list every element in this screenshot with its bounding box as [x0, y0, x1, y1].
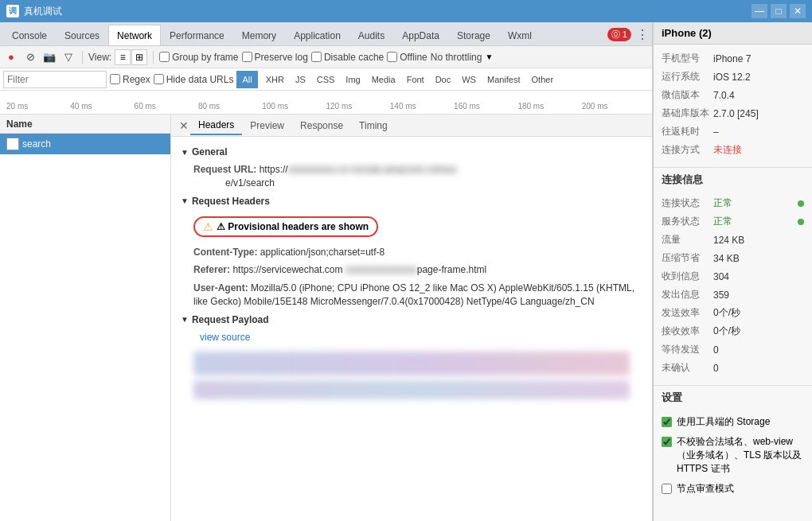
- request-icon: [6, 138, 19, 150]
- detail-tab-timing[interactable]: Timing: [351, 117, 396, 134]
- conn-row-6: 发送效率 0个/秒: [662, 304, 804, 322]
- request-list: Name search: [0, 115, 171, 521]
- conn-row-1: 服务状态 正常: [662, 212, 804, 231]
- warning-icon: ⚠: [203, 220, 213, 233]
- minimize-button[interactable]: —: [751, 4, 767, 18]
- setting-row-2: 节点审查模式: [662, 479, 804, 499]
- filter-js[interactable]: JS: [291, 73, 310, 86]
- stop-button[interactable]: ⊘: [22, 49, 38, 65]
- filter-other[interactable]: Other: [527, 73, 559, 86]
- tab-sources[interactable]: Sources: [56, 25, 108, 45]
- throttle-dropdown[interactable]: No throttling: [431, 52, 482, 63]
- setting-row-0: 使用工具端的 Storage: [662, 412, 804, 432]
- tab-performance[interactable]: Performance: [161, 25, 233, 45]
- group-by-frame-checkbox[interactable]: Group by frame: [159, 52, 238, 63]
- device-info-table: 手机型号 iPhone 7 运行系统 iOS 12.2 微信版本 7.0.4 基…: [654, 45, 812, 164]
- right-panel-title: iPhone (2): [654, 22, 812, 45]
- provisional-warning: ⚠ ⚠ Provisional headers are shown: [181, 213, 642, 240]
- referer-row: Referer: https://servicewechat.com xxxxx…: [181, 261, 642, 279]
- hide-data-checkbox[interactable]: Hide data URLs: [154, 74, 234, 85]
- tab-memory[interactable]: Memory: [233, 25, 285, 45]
- window-controls[interactable]: — □ ✕: [751, 4, 806, 18]
- setting-row-1: 不校验合法域名、web-view（业务域名）、TLS 版本以及 HTTPS 证书: [662, 432, 804, 479]
- info-row-model: 手机型号 iPhone 7: [662, 49, 804, 68]
- detail-tab-preview[interactable]: Preview: [242, 117, 292, 134]
- detail-tab-headers[interactable]: Headers: [190, 116, 242, 135]
- filter-input[interactable]: [3, 71, 107, 88]
- tab-storage[interactable]: Storage: [448, 25, 499, 45]
- tab-audits[interactable]: Audits: [349, 25, 393, 45]
- filter-ws[interactable]: WS: [457, 73, 481, 86]
- filter-manifest[interactable]: Manifest: [482, 73, 525, 86]
- status-dot-conn: [798, 200, 804, 207]
- regex-checkbox[interactable]: Regex: [110, 74, 150, 85]
- list-item[interactable]: search: [0, 134, 170, 154]
- record-button[interactable]: ●: [3, 49, 19, 65]
- settings-section: 使用工具端的 Storage 不校验合法域名、web-view（业务域名）、TL…: [654, 407, 812, 504]
- content-type-row: Content-Type: application/json;charset=u…: [181, 243, 642, 262]
- warning-text: ⚠ Provisional headers are shown: [217, 221, 369, 232]
- timeline-label-8: 180 ms: [517, 102, 581, 111]
- payload-section-header[interactable]: Request Payload: [181, 311, 642, 329]
- view-source-link[interactable]: view source: [200, 332, 250, 343]
- filter-media[interactable]: Media: [367, 73, 400, 86]
- request-url-row: Request URL: https://xxxxxxxxxx-cn-nonut…: [181, 161, 642, 192]
- info-row-rtt: 往返耗时 –: [662, 122, 804, 141]
- info-row-connection: 连接方式 未连接: [662, 141, 804, 159]
- divider2: [153, 51, 154, 64]
- tab-console[interactable]: Console: [3, 25, 56, 45]
- filter-css[interactable]: CSS: [312, 73, 340, 86]
- filter-doc[interactable]: Doc: [431, 73, 456, 86]
- close-button[interactable]: ✕: [790, 4, 806, 18]
- filter-bar: Regex Hide data URLs All XHR JS CSS Img …: [0, 68, 652, 91]
- conn-row-8: 等待发送 0: [662, 340, 804, 359]
- maximize-button[interactable]: □: [771, 4, 787, 18]
- payload-blurred-content: [181, 347, 642, 404]
- close-detail-button[interactable]: ✕: [178, 119, 190, 132]
- disable-cache-checkbox[interactable]: Disable cache: [311, 52, 384, 63]
- tab-network[interactable]: Network: [108, 25, 161, 45]
- timeline-label-2: 60 ms: [135, 102, 198, 111]
- camera-button[interactable]: 📷: [41, 49, 57, 65]
- right-panel: iPhone (2) 手机型号 iPhone 7 运行系统 iOS 12.2 微…: [653, 22, 812, 521]
- detail-tabs: ✕ Headers Preview Response Timing: [171, 115, 652, 137]
- timeline-label-4: 100 ms: [262, 102, 326, 111]
- filter-xhr[interactable]: XHR: [261, 73, 289, 86]
- conn-row-5: 发出信息 359: [662, 286, 804, 304]
- warning-oval: ⚠ ⚠ Provisional headers are shown: [193, 216, 378, 237]
- list-view-button[interactable]: ≡: [115, 49, 131, 65]
- setting-checkbox-1[interactable]: [662, 437, 672, 447]
- filter-font[interactable]: Font: [402, 73, 429, 86]
- general-section-header[interactable]: General: [181, 143, 642, 161]
- user-agent-row: User-Agent: Mozilla/5.0 (iPhone; CPU iPh…: [181, 279, 642, 311]
- grid-view-button[interactable]: ⊞: [131, 49, 147, 65]
- tab-wxml[interactable]: Wxml: [499, 25, 541, 45]
- throttle-dropdown-icon[interactable]: ▼: [485, 52, 493, 61]
- timeline-label-3: 80 ms: [198, 102, 262, 111]
- conn-row-0: 连接状态 正常: [662, 194, 804, 212]
- filter-img[interactable]: Img: [341, 73, 365, 86]
- tab-appdata[interactable]: AppData: [393, 25, 448, 45]
- filter-button[interactable]: ▽: [61, 49, 76, 65]
- connection-section-title: 连接信息: [654, 167, 812, 189]
- list-header: Name: [0, 115, 170, 134]
- setting-checkbox-2[interactable]: [662, 484, 672, 494]
- app-title: 真机调试: [24, 5, 62, 18]
- tab-application[interactable]: Application: [285, 25, 349, 45]
- content-area: Name search ✕ Headers Preview Response T…: [0, 115, 652, 521]
- detail-tab-response[interactable]: Response: [292, 117, 351, 134]
- filter-all-button[interactable]: All: [236, 71, 257, 88]
- devtools-panel: Console Sources Network Performance Memo…: [0, 22, 653, 521]
- divider: [82, 51, 83, 64]
- setting-checkbox-0[interactable]: [662, 417, 672, 427]
- preserve-log-checkbox[interactable]: Preserve log: [242, 52, 308, 63]
- request-headers-section-header[interactable]: Request Headers: [181, 192, 642, 210]
- app-icon: 调: [6, 5, 19, 17]
- conn-row-7: 接收效率 0个/秒: [662, 322, 804, 340]
- offline-checkbox[interactable]: Offline: [387, 52, 427, 63]
- title-bar: 调 真机调试 — □ ✕: [0, 0, 812, 22]
- info-row-os: 运行系统 iOS 12.2: [662, 68, 804, 86]
- info-row-base-lib: 基础库版本 2.7.0 [245]: [662, 104, 804, 122]
- more-options-icon[interactable]: ⋮: [636, 27, 649, 42]
- detail-content: General Request URL: https://xxxxxxxxxx-…: [171, 137, 652, 521]
